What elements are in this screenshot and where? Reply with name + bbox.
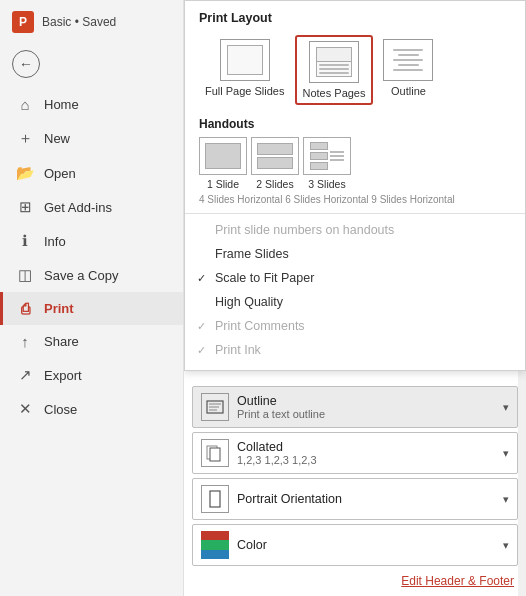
back-button[interactable]: ← [0,44,183,84]
print-layout-dropdown: Print Layout Full Page Slides [184,0,526,371]
t1 [310,142,328,150]
sidebar-item-share[interactable]: ↑ Share [0,325,183,358]
collated-svg-icon [205,443,225,463]
notes-icon [316,47,352,77]
sidebar-item-print[interactable]: ⎙ Print [0,292,183,325]
ol-line-2 [398,54,419,56]
layout-full-page-slides[interactable]: Full Page Slides [199,35,291,105]
outline-label: Outline [391,85,426,97]
portrait-svg-icon [205,489,225,509]
collated-dropdown[interactable]: Collated 1,2,3 1,2,3 1,2,3 ▾ [192,432,518,474]
handout-3-box [303,137,351,175]
notes-line-3 [319,72,349,74]
home-icon: ⌂ [16,96,34,113]
outline-icon [390,45,426,75]
divider-1 [185,213,525,214]
orientation-dropdown-icon [201,485,229,513]
menu-frame-slides[interactable]: Frame Slides [185,242,525,266]
menu-print-ink[interactable]: ✓ Print Ink [185,338,525,362]
full-page-icon-box [220,39,270,81]
color-red-strip [201,531,229,540]
color-dropdown[interactable]: Color ▾ [192,524,518,566]
svg-rect-5 [210,448,220,461]
sidebar-item-home[interactable]: ⌂ Home [0,88,183,121]
collated-dropdown-text: Collated 1,2,3 1,2,3 1,2,3 [237,440,495,466]
notes-line-2 [319,68,349,70]
new-icon: ＋ [16,129,34,148]
sidebar-item-label: Close [44,402,77,417]
handout-3-slides[interactable]: 3 Slides [303,137,351,190]
menu-label: High Quality [215,295,283,309]
sidebar-item-info[interactable]: ℹ Info [0,224,183,258]
print-layout-header: Print Layout [185,1,525,31]
check-icon-disabled: ✓ [197,320,206,333]
sidebar-item-save-copy[interactable]: ◫ Save a Copy [0,258,183,292]
handouts-section: Handouts 1 Slide 2 Slides [185,113,525,209]
outline-icon-box [383,39,433,81]
color-blue-strip [201,550,229,559]
sidebar-item-close[interactable]: ✕ Close [0,392,183,426]
notes-line-1 [319,64,349,66]
print-layout-options: Full Page Slides Notes Pages [185,31,525,113]
app-title-saved: Basic • Saved [42,15,116,29]
outline-title: Outline [237,394,495,408]
t2 [310,152,328,160]
export-icon: ↗ [16,366,34,384]
svg-rect-6 [210,491,220,507]
ol-line-3 [393,59,423,61]
handout-1-box [199,137,247,175]
sidebar-item-label: Open [44,166,76,181]
handout-thumb-2 [257,157,293,169]
orientation-dropdown[interactable]: Portrait Orientation ▾ [192,478,518,520]
notes-top [317,48,351,62]
menu-label: Print slide numbers on handouts [215,223,394,237]
edit-header-footer-link[interactable]: Edit Header & Footer [184,570,526,596]
sidebar-item-label: Export [44,368,82,383]
sidebar-item-label: New [44,131,70,146]
ol-line-1 [393,49,423,51]
sidebar: P Basic • Saved ← ⌂ Home ＋ New 📂 Open ⊞ … [0,0,184,596]
info-icon: ℹ [16,232,34,250]
handout-3-col [310,142,328,170]
sidebar-item-new[interactable]: ＋ New [0,121,183,156]
orientation-title: Portrait Orientation [237,492,495,506]
collated-chevron-icon: ▾ [503,447,509,460]
color-dropdown-icon [201,531,229,559]
line1 [330,151,344,153]
print-icon: ⎙ [16,300,34,317]
orientation-dropdown-text: Portrait Orientation [237,492,495,506]
menu-print-slide-numbers[interactable]: Print slide numbers on handouts [185,218,525,242]
menu-high-quality[interactable]: High Quality [185,290,525,314]
sidebar-item-get-add-ins[interactable]: ⊞ Get Add-ins [0,190,183,224]
color-chevron-icon: ▾ [503,539,509,552]
color-title: Color [237,538,495,552]
handout-2-slides[interactable]: 2 Slides [251,137,299,190]
color-green-strip [201,540,229,549]
handouts-grid: 1 Slide 2 Slides [199,137,511,190]
check-icon: ✓ [197,272,206,285]
layout-outline[interactable]: Outline [377,35,439,105]
handout-2-box [251,137,299,175]
notes-icon-box [309,41,359,83]
sidebar-item-label: Share [44,334,79,349]
menu-scale-to-fit[interactable]: ✓ Scale to Fit Paper [185,266,525,290]
handouts-header: Handouts [199,117,511,131]
menu-label: Frame Slides [215,247,289,261]
sidebar-item-export[interactable]: ↗ Export [0,358,183,392]
layout-notes-pages[interactable]: Notes Pages [295,35,374,105]
bottom-section: Outline Print a text outline ▾ Collated … [184,382,526,596]
menu-print-comments[interactable]: ✓ Print Comments [185,314,525,338]
sidebar-item-open[interactable]: 📂 Open [0,156,183,190]
collated-title: Collated [237,440,495,454]
sidebar-item-label: Info [44,234,66,249]
open-icon: 📂 [16,164,34,182]
sidebar-item-label: Save a Copy [44,268,118,283]
outline-dropdown[interactable]: Outline Print a text outline ▾ [192,386,518,428]
line2 [330,155,344,157]
menu-label: Print Comments [215,319,305,333]
full-page-icon [227,45,263,75]
sidebar-item-label: Get Add-ins [44,200,112,215]
back-circle-icon[interactable]: ← [12,50,40,78]
outline-dropdown-icon [201,393,229,421]
handout-1-slide[interactable]: 1 Slide [199,137,247,190]
